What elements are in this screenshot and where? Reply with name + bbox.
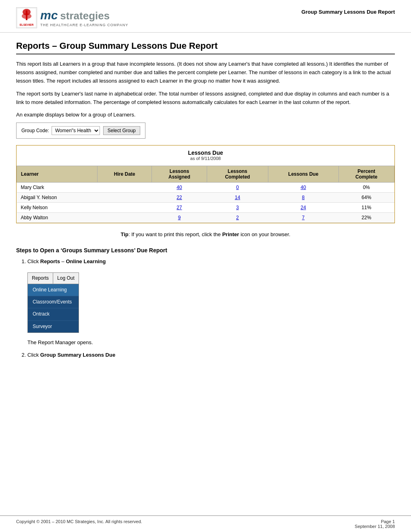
tip-bold: Tip [120, 231, 128, 237]
cell-percent: 0% [338, 182, 394, 192]
lessons-table: Learner Hire Date LessonsAssigned Lesson… [17, 166, 394, 223]
cell-learner: Mary Clark [17, 182, 98, 192]
tip-end: icon on your browser. [239, 231, 290, 237]
cell-due: 24 [268, 202, 338, 212]
assigned-link[interactable]: 40 [176, 185, 182, 190]
step-2: Click Group Summary Lessons Due [27, 351, 395, 360]
table-row: Mary Clark 40 0 40 0% [17, 182, 394, 192]
completed-link[interactable]: 14 [235, 195, 240, 200]
group-code-select[interactable]: Women"s Health [52, 126, 100, 135]
steps-title: Steps to Open a ‘Groups Summary Lessons’… [16, 247, 395, 254]
steps-list: Click Reports – Online Learning Reports … [16, 258, 395, 359]
due-link[interactable]: 24 [301, 205, 306, 210]
page-footer: Copyright © 2001 – 2010 MC Strategies, I… [0, 515, 411, 532]
cell-hire-date [98, 202, 152, 212]
step1-sep: – [60, 258, 66, 264]
table-header-row: Learner Hire Date LessonsAssigned Lesson… [17, 166, 394, 182]
due-link[interactable]: 40 [301, 185, 306, 190]
tip-colon: : If you want to print this report, clic… [129, 231, 222, 237]
footer-page: Page 1 [355, 519, 395, 524]
nav-menu-demo: Reports Log Out Online Learning Classroo… [27, 272, 79, 333]
completed-link[interactable]: 0 [236, 185, 239, 190]
cell-percent: 22% [338, 212, 394, 222]
cell-hire-date [98, 182, 152, 192]
tagline: THE HEALTHCARE E-LEARNING COMPANY [40, 23, 128, 27]
mc-strategies-logo: mc strategies THE HEALTHCARE E-LEARNING … [40, 8, 128, 27]
cell-assigned: 22 [152, 192, 207, 202]
description-para-1: This report lists all Learners in a grou… [16, 60, 395, 85]
th-learner: Learner [17, 166, 98, 182]
tip-printer-bold: Printer [222, 231, 239, 237]
nav-menu-top: Reports Log Out [28, 273, 79, 284]
cell-percent: 64% [338, 192, 394, 202]
completed-link[interactable]: 3 [236, 205, 239, 210]
step2-bold: Group Summary Lessons Due [40, 352, 115, 358]
footer-right: Page 1 September 11, 2008 [355, 519, 395, 529]
th-lessons-due: Lessons Due [268, 166, 338, 182]
lessons-due-header: Lessons Due as of 9/11/2008 [17, 145, 394, 162]
step2-prefix: Click [27, 352, 40, 358]
page-header: ELSEVIER mc strategies THE HEALTHCARE E-… [0, 0, 411, 33]
lessons-due-title: Lessons Due [17, 150, 394, 156]
step1-prefix: Click [27, 258, 40, 264]
th-lessons-assigned: LessonsAssigned [152, 166, 207, 182]
cell-completed: 2 [207, 212, 268, 222]
cell-hire-date [98, 212, 152, 222]
page-title: Reports – Group Summary Lessons Due Repo… [16, 41, 395, 54]
step1-note: The Report Manager opens. [27, 339, 395, 347]
tip-section: Tip: If you want to print this report, c… [16, 231, 395, 237]
nav-menu-demo-wrapper: Reports Log Out Online Learning Classroo… [27, 269, 395, 336]
cell-completed: 14 [207, 192, 268, 202]
nav-online-learning: Online Learning [28, 284, 79, 296]
cell-completed: 0 [207, 182, 268, 192]
header-report-title: Group Summary Lessons Due Report [301, 7, 395, 15]
nav-logout-item: Log Out [53, 273, 79, 284]
nav-dropdown: Online Learning Classroom/Events Ontrack… [28, 284, 79, 332]
table-row: Kelly Nelson 27 3 24 11% [17, 202, 394, 212]
example-label: An example displays below for a group of… [16, 112, 395, 118]
completed-link[interactable]: 2 [236, 215, 239, 220]
cell-learner: Abby Walton [17, 212, 98, 222]
footer-copyright: Copyright © 2001 – 2010 MC Strategies, I… [16, 519, 142, 524]
cell-assigned: 9 [152, 212, 207, 222]
mc-logo-text: mc [40, 8, 58, 22]
assigned-link[interactable]: 27 [176, 205, 182, 210]
svg-text:ELSEVIER: ELSEVIER [20, 23, 34, 26]
group-code-area: Group Code: Women"s Health Select Group [16, 123, 145, 139]
strategies-logo-text: strategies [60, 10, 110, 22]
cell-hire-date [98, 192, 152, 202]
table-row: Abigail Y. Nelson 22 14 8 64% [17, 192, 394, 202]
cell-learner: Kelly Nelson [17, 202, 98, 212]
nav-surveyor: Surveyor [28, 321, 79, 332]
th-hire-date: Hire Date [98, 166, 152, 182]
due-link[interactable]: 7 [302, 215, 305, 220]
table-row: Abby Walton 9 2 7 22% [17, 212, 394, 222]
lessons-due-container: Lessons Due as of 9/11/2008 Learner Hire… [16, 145, 395, 223]
assigned-link[interactable]: 22 [176, 195, 182, 200]
logo-area: ELSEVIER mc strategies THE HEALTHCARE E-… [16, 7, 128, 28]
description-para-2: The report sorts by Learner's last name … [16, 90, 395, 107]
assigned-link[interactable]: 9 [178, 215, 181, 220]
main-content: Reports – Group Summary Lessons Due Repo… [0, 33, 411, 371]
cell-assigned: 27 [152, 202, 207, 212]
nav-classroom-events: Classroom/Events [28, 296, 79, 308]
th-lessons-completed: LessonsCompleted [207, 166, 268, 182]
step1-bold1: Reports [40, 258, 60, 264]
footer-date: September 11, 2008 [355, 524, 395, 529]
step-1: Click Reports – Online Learning Reports … [27, 258, 395, 347]
cell-completed: 3 [207, 202, 268, 212]
cell-learner: Abigail Y. Nelson [17, 192, 98, 202]
cell-due: 40 [268, 182, 338, 192]
group-code-label: Group Code: [21, 128, 49, 133]
th-percent-complete: PercentComplete [338, 166, 394, 182]
cell-percent: 11% [338, 202, 394, 212]
step1-bold2: Online Learning [66, 258, 106, 264]
select-group-button[interactable]: Select Group [103, 126, 140, 135]
cell-due: 7 [268, 212, 338, 222]
svg-point-3 [22, 13, 31, 19]
due-link[interactable]: 8 [302, 195, 305, 200]
steps-section: Steps to Open a ‘Groups Summary Lessons’… [16, 247, 395, 359]
nav-ontrack: Ontrack [28, 308, 79, 320]
elsevier-logo: ELSEVIER [16, 7, 37, 28]
cell-due: 8 [268, 192, 338, 202]
